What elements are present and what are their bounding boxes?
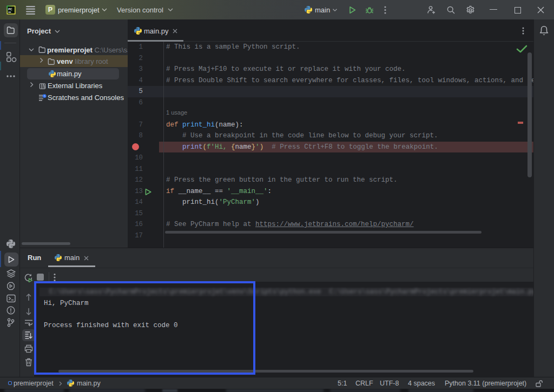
- svg-text:PC: PC: [8, 8, 12, 11]
